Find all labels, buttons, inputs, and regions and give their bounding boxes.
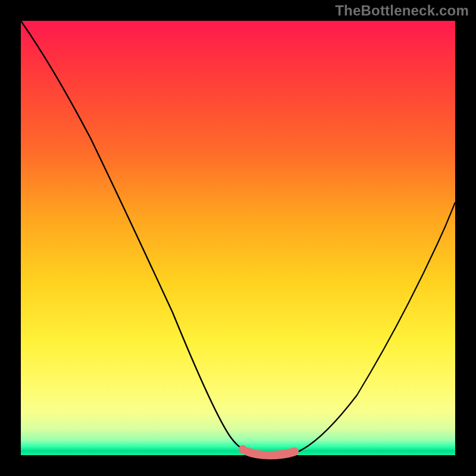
- valley-floor-marker: [248, 452, 295, 455]
- chart-frame: TheBottleneck.com: [0, 0, 476, 476]
- watermark-text: TheBottleneck.com: [335, 2, 469, 19]
- left-curve: [21, 21, 247, 453]
- chart-svg-layer: [21, 21, 455, 455]
- left-marker-dot: [239, 445, 247, 453]
- right-curve: [296, 202, 455, 453]
